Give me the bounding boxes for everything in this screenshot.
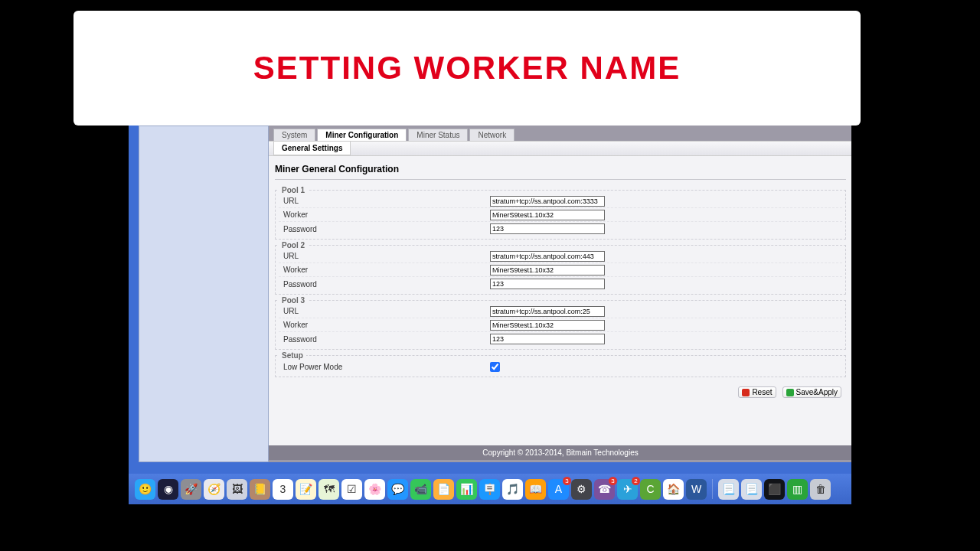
black-window-icon[interactable]: ⬛ <box>764 479 785 500</box>
pool-2-fieldset: Pool 2URLWorkerPassword <box>275 241 846 295</box>
miner-config-window: SystemMiner ConfigurationMiner StatusNet… <box>269 126 851 462</box>
pool-1-worker-input[interactable] <box>490 210 605 220</box>
contacts-icon[interactable]: 📒 <box>250 479 270 500</box>
safari-icon[interactable]: 🧭 <box>204 479 224 500</box>
camtasia-icon[interactable]: C <box>640 479 661 500</box>
setup-fieldset: Setup Low Power Mode <box>275 351 846 377</box>
banner-title: SETTING WORKER NAME <box>253 50 681 86</box>
pool-2-password-row: Password <box>279 277 842 291</box>
telegram-icon-badge: 2 <box>632 477 640 485</box>
pool-2-url-input[interactable] <box>490 251 605 262</box>
green-folder-icon[interactable]: ▥ <box>787 479 808 500</box>
pool-3-fieldset: Pool 3URLWorkerPassword <box>275 296 846 350</box>
pool-1-password-input[interactable] <box>490 223 605 234</box>
calendar-icon[interactable]: 3 <box>273 479 293 500</box>
pool-1-password-row: Password <box>279 222 842 236</box>
pool-3-legend: Pool 3 <box>279 296 308 305</box>
pool-2-worker-row: Worker <box>279 263 842 277</box>
pool-1-url-label: URL <box>283 197 490 205</box>
pool-3-url-row: URL <box>279 305 842 318</box>
appstore-icon[interactable]: A3 <box>548 479 569 500</box>
footer-actions: Reset Save&Apply <box>275 379 846 398</box>
low-power-checkbox[interactable] <box>490 362 500 372</box>
pool-2-worker-label: Worker <box>283 266 490 274</box>
tab-miner-configuration[interactable]: Miner Configuration <box>317 129 407 141</box>
pool-2-worker-input[interactable] <box>490 265 605 276</box>
save-apply-button[interactable]: Save&Apply <box>782 386 841 398</box>
reset-label: Reset <box>752 388 772 396</box>
pool-3-password-row: Password <box>279 332 842 346</box>
pool-1-password-label: Password <box>283 225 490 233</box>
mac-screen: SystemMiner ConfigurationMiner StatusNet… <box>129 126 851 504</box>
copyright: Copyright © 2013-2014, Bitmain Technolog… <box>269 445 851 460</box>
pool-3-worker-row: Worker <box>279 318 842 332</box>
save-icon <box>786 389 794 396</box>
pool-3-worker-input[interactable] <box>490 320 605 331</box>
reset-icon <box>742 389 750 396</box>
save-apply-label: Save&Apply <box>796 388 838 396</box>
reset-button[interactable]: Reset <box>738 386 776 398</box>
pool-3-password-label: Password <box>283 335 490 344</box>
ibooks-icon[interactable]: 📖 <box>525 479 546 500</box>
browser-sidebar <box>139 126 269 462</box>
mac-dock: 🙂◉🚀🧭🖼📒3📝🗺☑🌸💬📹📄📊🪧🎵📖A3⚙☎3✈2C🏠W📃📃⬛▥🗑 <box>129 474 851 504</box>
trash-icon[interactable]: 🗑 <box>810 479 831 500</box>
pool-3-worker-label: Worker <box>283 321 490 329</box>
numbers-icon[interactable]: 📊 <box>456 479 477 500</box>
pool-1-worker-row: Worker <box>279 208 842 222</box>
tab-network[interactable]: Network <box>469 129 514 141</box>
pool-2-url-label: URL <box>283 252 490 260</box>
main-tabs: SystemMiner ConfigurationMiner StatusNet… <box>269 126 851 141</box>
viber-icon-badge: 3 <box>609 477 617 485</box>
appstore-icon-badge: 3 <box>563 477 571 485</box>
content-area: Miner General Configuration Pool 1URLWor… <box>269 156 851 445</box>
doc2-icon[interactable]: 📃 <box>741 479 762 500</box>
tab-system[interactable]: System <box>273 129 315 141</box>
viber-icon[interactable]: ☎3 <box>594 479 615 500</box>
launchpad-icon[interactable]: 🚀 <box>181 479 201 500</box>
pool-1-worker-label: Worker <box>283 210 490 219</box>
pool-1-url-row: URL <box>279 194 842 208</box>
reminders-icon[interactable]: ☑ <box>341 479 362 500</box>
setup-legend: Setup <box>279 351 306 360</box>
pages-icon[interactable]: 📄 <box>433 479 454 500</box>
pool-3-url-input[interactable] <box>490 306 605 317</box>
facetime-icon[interactable]: 📹 <box>410 479 431 500</box>
photos-icon[interactable]: 🌸 <box>364 479 385 500</box>
preview-icon[interactable]: 🖼 <box>227 479 247 500</box>
pool-3-url-label: URL <box>283 307 490 315</box>
pool-1-url-input[interactable] <box>490 196 605 207</box>
pool-2-password-label: Password <box>283 280 490 289</box>
low-power-row: Low Power Mode <box>279 360 842 373</box>
home-app-icon[interactable]: 🏠 <box>663 479 684 500</box>
pool-3-password-input[interactable] <box>490 334 605 344</box>
settings-icon[interactable]: ⚙ <box>571 479 592 500</box>
pool-2-url-row: URL <box>279 249 842 263</box>
siri-icon[interactable]: ◉ <box>158 479 178 500</box>
pool-2-legend: Pool 2 <box>279 241 308 249</box>
pool-1-legend: Pool 1 <box>279 186 308 194</box>
maps-icon[interactable]: 🗺 <box>318 479 339 500</box>
low-power-label: Low Power Mode <box>283 363 490 371</box>
page-title: Miner General Configuration <box>275 164 846 180</box>
messages-icon[interactable]: 💬 <box>387 479 408 500</box>
word-icon[interactable]: W <box>686 479 707 500</box>
dock-separator <box>712 479 713 499</box>
telegram-icon[interactable]: ✈2 <box>617 479 638 500</box>
tab-miner-status[interactable]: Miner Status <box>408 129 468 141</box>
itunes-icon[interactable]: 🎵 <box>502 479 523 500</box>
pool-2-password-input[interactable] <box>490 279 605 289</box>
sub-tabs: General Settings <box>269 141 851 156</box>
subtab-general-settings[interactable]: General Settings <box>273 142 351 155</box>
doc1-icon[interactable]: 📃 <box>718 479 739 500</box>
pool-1-fieldset: Pool 1URLWorkerPassword <box>275 186 846 240</box>
notes-icon[interactable]: 📝 <box>296 479 316 500</box>
finder-icon[interactable]: 🙂 <box>135 479 155 500</box>
banner: SETTING WORKER NAME <box>74 11 861 126</box>
keynote-icon[interactable]: 🪧 <box>479 479 500 500</box>
